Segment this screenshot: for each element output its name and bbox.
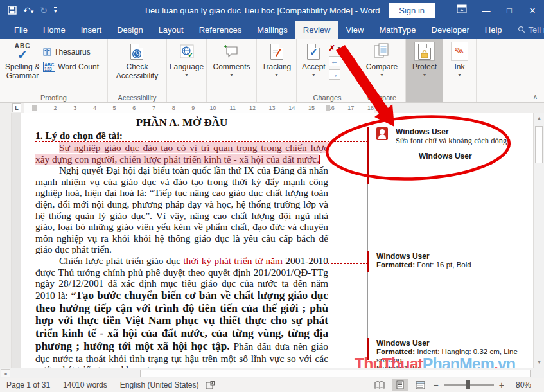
scroll-left-icon[interactable]: ◄ (1, 369, 10, 377)
check-accessibility-button[interactable]: CheckAccessibility (113, 40, 161, 93)
group-label-compare: Compare (358, 94, 405, 102)
comments-button[interactable]: Comments ▾ (209, 40, 253, 93)
close-button[interactable]: ✕ (521, 6, 544, 15)
group-changes: ✓ Accept ▾ ✗ ▾ ← → Changes (297, 39, 358, 102)
ink-button[interactable]: ✎ Ink ▾ (448, 40, 471, 93)
group-protect: Protect ▾ (406, 39, 443, 102)
tab-view[interactable]: View (338, 21, 371, 39)
previous-change-button[interactable]: ← (329, 56, 340, 66)
word-count-button[interactable]: ABC123 Word Count (43, 62, 99, 72)
revision-author: Windows User (419, 152, 472, 161)
vertical-scrollbar-thumb[interactable] (535, 126, 543, 163)
vertical-ruler[interactable] (0, 113, 12, 368)
revision-bar-2 (367, 251, 369, 272)
save-icon[interactable] (8, 6, 17, 15)
group-comments: Comments ▾ (207, 39, 257, 102)
print-layout-icon (396, 380, 405, 389)
page-indicator[interactable]: Page 1 of 31 (0, 380, 57, 389)
horizontal-scrollbar-thumb[interactable] (140, 370, 531, 377)
document-text[interactable]: PHẦN A. MỞ ĐẦU 1. Lý do chọn đề tài: Sự … (35, 116, 328, 368)
thesaurus-icon (43, 48, 51, 56)
group-accessibility: CheckAccessibility Accessibility (108, 39, 167, 102)
macro-record-icon[interactable] (206, 381, 215, 389)
next-change-button[interactable]: → (329, 69, 340, 80)
accept-icon: ✓ (307, 44, 320, 60)
compare-button[interactable]: Compare ▾ (363, 40, 401, 93)
document-canvas: PHẦN A. MỞ ĐẦU 1. Lý do chọn đề tài: Sự … (0, 113, 544, 368)
minimize-button[interactable]: — (475, 6, 498, 15)
language-globe-icon: ✓ (179, 44, 195, 59)
cursor (319, 155, 320, 164)
horizontal-scrollbar[interactable]: ◄ (0, 368, 544, 378)
indent-marker-left[interactable] (32, 105, 37, 111)
zoom-slider[interactable] (444, 384, 494, 386)
word-count-indicator[interactable]: 14010 words (57, 380, 114, 389)
author-avatar-icon (376, 127, 388, 140)
quick-access-toolbar: ↶▾ ↻ ▾ (0, 6, 135, 15)
undo-icon[interactable]: ↶▾ (23, 6, 33, 15)
revision-balloon-format-1[interactable]: Windows User Formatted: Font: 16 pt, Bol… (376, 252, 471, 269)
tab-developer[interactable]: Developer (424, 21, 477, 39)
revision-balloon-author[interactable]: Windows User (419, 152, 472, 161)
reject-button[interactable]: ✗ ▾ (329, 44, 340, 53)
spelling-grammar-button[interactable]: ABC✓ Spelling &Grammar (2, 40, 43, 93)
zoom-level[interactable]: 80% (509, 380, 538, 389)
comments-icon (224, 44, 239, 58)
doc-section-title: 1. Lý do chọn đề tài: (35, 129, 328, 142)
tab-home[interactable]: Home (35, 21, 73, 39)
tab-design[interactable]: Design (109, 21, 150, 39)
status-bar: Page 1 of 31 14010 words English (United… (0, 378, 544, 392)
customize-qat-icon[interactable]: ▾ (54, 7, 57, 14)
scroll-up-icon[interactable]: ▲ (534, 113, 544, 123)
word-window: ↶▾ ↻ ▾ Tieu luan quan ly giao duc Tieu h… (0, 0, 544, 392)
zoom-in-button[interactable]: + (499, 380, 504, 390)
tab-mailings[interactable]: Mailings (249, 21, 295, 39)
tab-file[interactable]: File (6, 21, 35, 39)
revision-connector-1 (35, 141, 368, 142)
tab-help[interactable]: Help (477, 21, 510, 39)
tab-insert[interactable]: Insert (73, 21, 110, 39)
maximize-button[interactable]: □ (498, 6, 521, 15)
read-mode-button[interactable] (372, 379, 387, 391)
doc-paragraph-3: Chiến lược phát triển giáo dục thời kỳ p… (35, 255, 328, 368)
language-button[interactable]: ✓ Language ▾ (166, 40, 207, 93)
web-layout-button[interactable] (413, 379, 428, 391)
reject-icon: ✗ (329, 44, 335, 53)
zoom-slider-thumb[interactable] (466, 380, 470, 389)
vertical-scrollbar[interactable]: ▲ ▼ (533, 113, 544, 368)
tab-references[interactable]: References (191, 21, 249, 39)
spelling-grammar-icon: ABC✓ (15, 42, 31, 61)
zoom-out-button[interactable]: − (434, 380, 439, 390)
web-layout-icon (416, 381, 425, 389)
indent-marker-right[interactable] (326, 105, 330, 111)
sign-in-button[interactable]: Sign in (389, 3, 435, 18)
accept-button[interactable]: ✓ Accept ▾ (299, 40, 329, 93)
previous-change-icon: ← (329, 56, 340, 66)
compare-icon (373, 43, 390, 60)
thesaurus-button[interactable]: Thesaurus (43, 48, 99, 57)
revision-author: Windows User (376, 339, 544, 348)
horizontal-ruler[interactable]: L 123 456 789 101112 131415 161718 (0, 103, 544, 113)
doc-paragraph-1: Sự nghiệp giáo dục đào tạo có vị trí qua… (35, 142, 328, 165)
ribbon-display-options-icon[interactable] (449, 4, 475, 16)
tab-selector[interactable]: L (12, 103, 21, 112)
revision-connector-3 (324, 352, 368, 352)
read-mode-icon (374, 381, 385, 389)
comment-balloon[interactable]: Windows User Sửa font chữ và khoảng cách… (376, 127, 507, 146)
revision-connector-2 (324, 263, 368, 264)
title-bar: ↶▾ ↻ ▾ Tieu luan quan ly giao duc Tieu h… (0, 0, 544, 21)
redo-icon[interactable]: ↻ (40, 6, 48, 15)
tracking-button[interactable]: Tracking ▾ (259, 40, 295, 93)
group-label-accessibility: Accessibility (108, 94, 166, 102)
print-layout-button[interactable] (392, 379, 408, 391)
tab-tell-me[interactable]: Tell me (510, 21, 544, 39)
language-indicator[interactable]: English (United States) (114, 380, 206, 389)
scroll-down-icon[interactable]: ▼ (534, 357, 544, 368)
collapse-ribbon-icon[interactable]: ∧ (533, 93, 538, 100)
tab-review[interactable]: Review (295, 21, 338, 39)
protect-icon (418, 44, 431, 60)
protect-button[interactable]: Protect ▾ (409, 40, 440, 93)
word-count-icon: ABC123 (43, 62, 55, 72)
tab-mathtype[interactable]: MathType (371, 21, 423, 39)
tab-layout[interactable]: Layout (151, 21, 191, 39)
